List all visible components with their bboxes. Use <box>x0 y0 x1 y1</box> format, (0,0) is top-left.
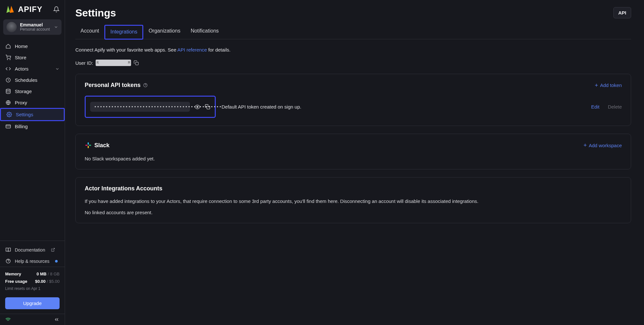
card-icon <box>5 124 11 129</box>
code-icon <box>5 66 11 72</box>
free-usage-max: $5.00 <box>49 279 60 284</box>
account-switcher[interactable]: Emmanuel Personal account <box>3 19 62 35</box>
copy-token-icon[interactable] <box>205 104 210 110</box>
account-subtitle: Personal account <box>20 27 50 32</box>
sidebar-item-actors[interactable]: Actors <box>0 63 65 74</box>
gear-icon <box>6 112 12 117</box>
sidebar-item-schedules[interactable]: Schedules <box>0 74 65 86</box>
svg-rect-19 <box>88 146 89 148</box>
svg-rect-6 <box>6 125 10 128</box>
tab-account[interactable]: Account <box>75 25 104 39</box>
book-icon <box>5 247 11 253</box>
api-tokens-title: Personal API tokens <box>85 82 140 89</box>
api-tokens-card: Personal API tokens + Add token ••••••••… <box>75 74 631 126</box>
api-reference-link[interactable]: API reference <box>177 47 207 53</box>
sidebar-item-label: Documentation <box>15 247 45 253</box>
sidebar-item-home[interactable]: Home <box>0 41 65 52</box>
secondary-nav: Documentation Help & resources <box>0 241 65 267</box>
sidebar-item-store[interactable]: Store <box>0 52 65 63</box>
token-highlight-box: ••••••••••••••••••••••••••••••••••••••••… <box>85 96 216 118</box>
clock-icon <box>5 77 11 83</box>
collapse-sidebar-icon[interactable] <box>54 317 60 322</box>
notification-dot-icon <box>55 260 58 263</box>
svg-line-8 <box>53 248 55 250</box>
token-description: Default API token created on sign up. <box>222 104 301 110</box>
actor-accounts-title: Actor Integrations Accounts <box>85 185 622 192</box>
sidebar-item-help[interactable]: Help & resources <box>0 255 65 267</box>
add-token-button[interactable]: + Add token <box>595 82 622 88</box>
svg-point-3 <box>6 89 10 90</box>
primary-nav: Home Store Actors Schedules <box>0 41 65 132</box>
free-usage-label: Free usage <box>5 279 27 284</box>
slack-empty-text: No Slack workspaces added yet. <box>85 156 622 161</box>
edit-token-link[interactable]: Edit <box>591 104 600 110</box>
integrations-intro: Connect Apify with your favorite web app… <box>75 47 631 53</box>
home-icon <box>5 43 11 49</box>
memory-label: Memory <box>5 272 21 276</box>
sidebar-footer <box>0 314 65 325</box>
brand-logo[interactable]: APIFY <box>5 5 43 14</box>
svg-rect-18 <box>89 145 91 146</box>
free-usage-current: $0.00 <box>35 279 46 284</box>
avatar <box>6 22 17 32</box>
account-name: Emmanuel <box>20 22 50 27</box>
upgrade-button[interactable]: Upgrade <box>5 297 60 309</box>
main-content: Settings API Account Integrations Organi… <box>65 0 644 325</box>
brand-name: APIFY <box>18 5 43 14</box>
chevron-down-icon <box>54 25 58 29</box>
plus-icon: + <box>595 82 598 88</box>
slack-card: Slack + Add workspace No Slack workspace… <box>75 134 631 169</box>
apify-logo-icon <box>5 5 15 14</box>
settings-tabs: Account Integrations Organizations Notif… <box>75 25 631 39</box>
slack-title: Slack <box>94 142 109 149</box>
delete-token-link: Delete <box>608 104 622 110</box>
sidebar-item-label: Billing <box>15 124 28 129</box>
external-link-icon <box>51 248 55 252</box>
sidebar-header: APIFY <box>0 0 65 17</box>
sidebar-item-label: Schedules <box>15 77 37 83</box>
reveal-token-icon[interactable] <box>194 104 200 110</box>
tab-notifications[interactable]: Notifications <box>185 25 224 39</box>
copy-user-id-icon[interactable] <box>134 60 139 65</box>
api-button[interactable]: API <box>613 7 631 18</box>
sidebar-item-settings[interactable]: Settings <box>0 108 65 121</box>
help-icon <box>5 258 11 264</box>
actor-accounts-card: Actor Integrations Accounts If you have … <box>75 177 631 223</box>
token-row: ••••••••••••••••••••••••••••••••••••••••… <box>85 96 622 118</box>
svg-point-5 <box>8 114 10 115</box>
database-icon <box>5 89 11 94</box>
cart-icon <box>5 55 11 60</box>
tab-organizations[interactable]: Organizations <box>143 25 185 39</box>
slack-icon <box>85 142 92 149</box>
notifications-icon[interactable] <box>53 6 60 13</box>
user-id-value <box>96 60 131 66</box>
memory-current: 0 MB <box>36 272 46 276</box>
tab-integrations[interactable]: Integrations <box>104 25 144 40</box>
sidebar-item-label: Help & resources <box>15 259 49 264</box>
connection-status-icon[interactable] <box>5 317 11 322</box>
token-masked-value[interactable]: ••••••••••••••••••••••••••••••••••••••••… <box>90 102 190 112</box>
usage-reset-note: Limit resets on Apr 1 <box>5 286 60 291</box>
sidebar-item-billing[interactable]: Billing <box>0 121 65 132</box>
actor-accounts-empty: No linked accounts are present. <box>85 210 622 215</box>
add-workspace-button[interactable]: + Add workspace <box>583 142 622 148</box>
sidebar-item-label: Proxy <box>15 100 27 105</box>
svg-rect-12 <box>136 62 138 65</box>
sidebar-item-documentation[interactable]: Documentation <box>0 244 65 255</box>
svg-point-15 <box>197 106 198 108</box>
page-header: Settings API <box>75 7 631 19</box>
svg-point-0 <box>7 59 7 60</box>
actor-accounts-description: If you have added integrations to your A… <box>85 198 622 204</box>
svg-rect-17 <box>88 142 89 145</box>
memory-max: 8 GB <box>50 272 60 276</box>
svg-rect-16 <box>207 106 210 109</box>
sidebar-item-storage[interactable]: Storage <box>0 86 65 97</box>
help-tooltip-icon[interactable] <box>143 83 148 88</box>
sidebar-item-proxy[interactable]: Proxy <box>0 97 65 108</box>
plus-icon: + <box>583 142 587 148</box>
svg-point-1 <box>10 59 10 60</box>
sidebar: APIFY Emmanuel Personal account Home <box>0 0 65 325</box>
globe-icon <box>5 100 11 105</box>
user-id-label: User ID: <box>75 60 93 66</box>
usage-summary: Memory 0 MB / 8 GB Free usage $0.00 / $5… <box>0 267 65 294</box>
